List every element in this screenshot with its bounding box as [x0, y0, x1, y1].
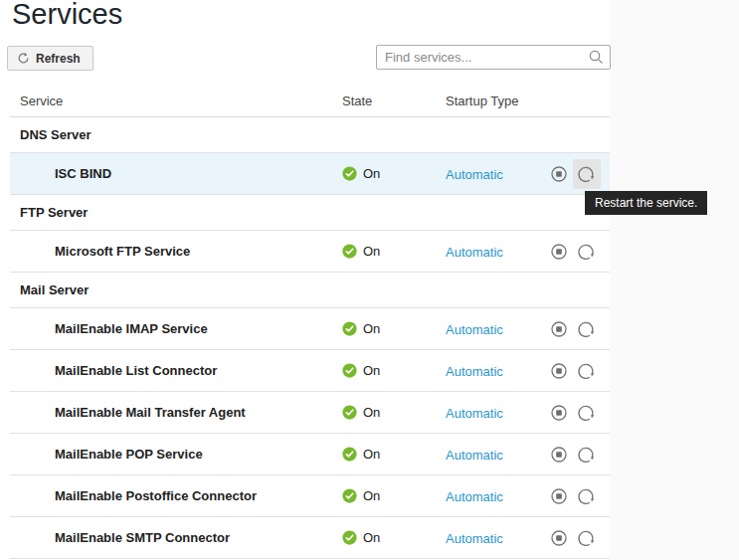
actions-cell — [542, 159, 610, 189]
restart-service-button[interactable] — [573, 481, 601, 511]
service-name: Microsoft FTP Service — [10, 244, 342, 259]
stop-service-button[interactable] — [545, 314, 573, 344]
stop-icon — [549, 486, 569, 506]
check-circle-icon — [342, 447, 357, 462]
stop-icon — [549, 528, 569, 548]
state-label: On — [363, 363, 380, 378]
actions-cell — [542, 481, 610, 511]
state-cell: On — [342, 530, 446, 545]
actions-cell — [542, 356, 610, 386]
services-table: Service State Startup Type DNS ServerISC… — [10, 85, 610, 559]
service-row[interactable]: MailEnable SMTP ConnectorOnAutomatic — [10, 517, 610, 559]
restart-service-button[interactable] — [573, 523, 601, 553]
state-label: On — [363, 321, 380, 336]
startup-type-link[interactable]: Automatic — [446, 167, 503, 182]
group-row: FTP Server — [10, 195, 610, 231]
restart-icon — [577, 164, 597, 184]
services-table-body: DNS ServerISC BINDOnAutomaticFTP ServerM… — [10, 117, 610, 559]
group-name: FTP Server — [10, 205, 88, 220]
restart-service-button[interactable] — [573, 237, 601, 267]
startup-type-link[interactable]: Automatic — [446, 489, 503, 504]
stop-service-button[interactable] — [545, 237, 573, 267]
service-row[interactable]: MailEnable POP ServiceOnAutomatic — [10, 434, 610, 475]
restart-service-button[interactable] — [573, 356, 601, 386]
search-box — [376, 45, 611, 70]
actions-cell — [542, 398, 610, 428]
actions-cell — [542, 440, 610, 469]
actions-cell — [542, 237, 610, 267]
stop-service-button[interactable] — [545, 159, 573, 189]
startup-type-link[interactable]: Automatic — [446, 245, 503, 260]
state-label: On — [363, 244, 380, 259]
service-name: MailEnable List Connector — [10, 363, 342, 378]
state-label: On — [363, 488, 380, 503]
stop-icon — [549, 403, 569, 423]
stop-icon — [549, 164, 569, 184]
service-row[interactable]: ISC BINDOnAutomatic — [10, 153, 610, 195]
restart-icon — [577, 486, 597, 506]
restart-service-button[interactable] — [573, 159, 601, 189]
check-circle-icon — [342, 488, 357, 503]
restart-icon — [577, 528, 597, 548]
state-cell: On — [342, 405, 446, 420]
search-input[interactable] — [376, 45, 611, 70]
page-title: Services — [12, 0, 122, 31]
startup-type-link[interactable]: Automatic — [446, 322, 503, 337]
restart-service-button[interactable] — [573, 398, 601, 428]
startup-type-link[interactable]: Automatic — [446, 531, 503, 546]
state-cell: On — [342, 363, 446, 378]
restart-icon — [577, 319, 597, 339]
service-row[interactable]: MailEnable List ConnectorOnAutomatic — [10, 350, 610, 392]
state-cell: On — [342, 244, 446, 259]
group-row: Mail Server — [10, 273, 610, 308]
service-name: ISC BIND — [10, 166, 342, 181]
column-header-startup-type: Startup Type — [446, 93, 542, 108]
service-row[interactable]: MailEnable IMAP ServiceOnAutomatic — [10, 308, 610, 350]
service-name: MailEnable Postoffice Connector — [10, 488, 342, 503]
startup-type-link[interactable]: Automatic — [446, 448, 503, 463]
state-label: On — [363, 166, 380, 181]
group-name: DNS Server — [10, 127, 92, 142]
startup-type-link[interactable]: Automatic — [446, 364, 503, 379]
restart-icon — [577, 403, 597, 423]
actions-cell — [542, 523, 610, 553]
service-name: MailEnable IMAP Service — [10, 321, 342, 336]
group-name: Mail Server — [10, 282, 89, 297]
state-label: On — [363, 447, 380, 462]
group-row: DNS Server — [10, 117, 610, 153]
stop-icon — [549, 242, 569, 262]
state-label: On — [363, 405, 380, 420]
stop-icon — [549, 361, 569, 381]
stop-icon — [549, 445, 569, 465]
search-icon[interactable] — [588, 49, 605, 66]
state-cell: On — [342, 488, 446, 503]
check-circle-icon — [342, 166, 357, 181]
service-name: MailEnable POP Service — [10, 447, 342, 462]
restart-service-button[interactable] — [573, 440, 601, 469]
page-background-strip — [610, 0, 739, 560]
refresh-button[interactable]: Refresh — [7, 46, 93, 71]
state-cell: On — [342, 321, 446, 336]
service-row[interactable]: Microsoft FTP ServiceOnAutomatic — [10, 231, 610, 273]
startup-type-link[interactable]: Automatic — [446, 406, 503, 421]
service-row[interactable]: MailEnable Mail Transfer AgentOnAutomati… — [10, 392, 610, 434]
restart-service-button[interactable] — [573, 314, 601, 344]
stop-service-button[interactable] — [545, 481, 573, 511]
stop-service-button[interactable] — [545, 356, 573, 386]
stop-icon — [549, 319, 569, 339]
check-circle-icon — [342, 244, 357, 259]
stop-service-button[interactable] — [545, 523, 573, 553]
check-circle-icon — [342, 321, 357, 336]
service-name: MailEnable SMTP Connector — [10, 530, 342, 545]
restart-icon — [577, 242, 597, 262]
column-header-state: State — [342, 93, 446, 108]
state-label: On — [363, 530, 380, 545]
check-circle-icon — [342, 405, 357, 420]
state-cell: On — [342, 447, 446, 462]
actions-cell — [542, 314, 610, 344]
stop-service-button[interactable] — [545, 398, 573, 428]
restart-tooltip: Restart the service. — [585, 191, 707, 215]
check-circle-icon — [342, 363, 357, 378]
stop-service-button[interactable] — [545, 440, 573, 469]
service-row[interactable]: MailEnable Postoffice ConnectorOnAutomat… — [10, 475, 610, 517]
